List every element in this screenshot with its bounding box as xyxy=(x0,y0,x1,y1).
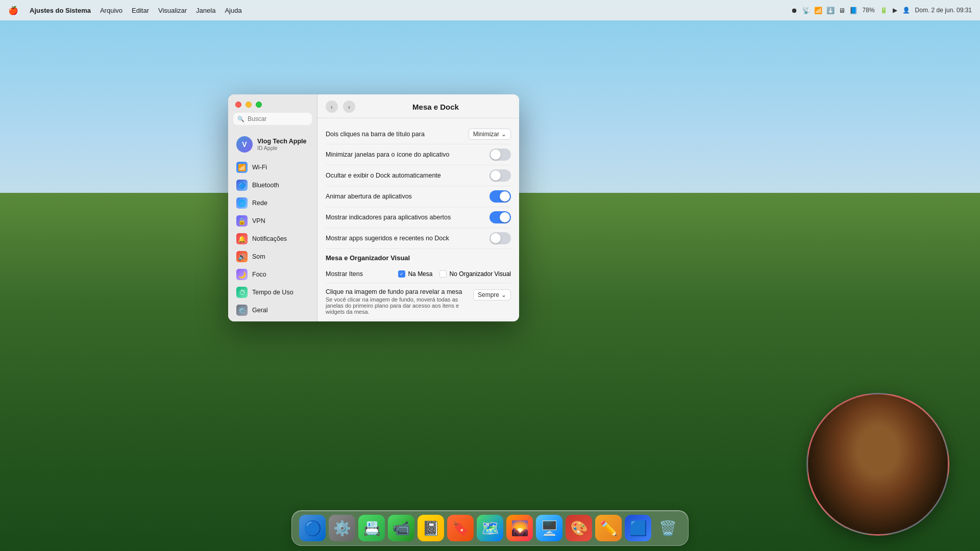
geral-icon: ⚙️ xyxy=(236,305,248,316)
setting-minimizar: Minimizar janelas para o ícone do aplica… xyxy=(326,144,511,165)
notificacoes-icon: 🔔 xyxy=(236,233,248,244)
sidebar-label-foco: Foco xyxy=(252,271,266,278)
indicadores-toggle[interactable] xyxy=(489,211,511,223)
user-subtitle: ID Apple xyxy=(257,145,307,151)
window-controls xyxy=(228,94,317,113)
clique-imagem-dropdown[interactable]: Sempre ⌄ xyxy=(473,289,511,300)
na-mesa-label: Na Mesa xyxy=(408,270,432,278)
menubar-right: ⏺ 📡 📶 ⬇️ 🖥 📘 78% 🔋 ▶ 👤 Dom. 2 de jun. 09… xyxy=(791,7,972,14)
toggle-knob xyxy=(491,149,501,160)
system-preferences-window: 🔍 V Vlog Tech Apple ID Apple 📶 xyxy=(228,94,519,321)
sidebar-item-som[interactable]: 🔊 Som xyxy=(231,248,314,265)
dock-affinity[interactable]: 🎨 xyxy=(566,515,592,541)
menubar-play-icon[interactable]: ▶ xyxy=(893,7,897,14)
search-input[interactable] xyxy=(233,113,312,125)
ocultar-toggle[interactable] xyxy=(489,169,511,182)
menubar-janela[interactable]: Janela xyxy=(196,7,215,14)
dock-pencil[interactable]: ✏️ xyxy=(595,515,622,541)
dois-cliques-dropdown[interactable]: Minimizar ⌄ xyxy=(469,129,511,140)
menubar-visualizar[interactable]: Visualizar xyxy=(158,7,187,14)
tempo-icon: ⏱ xyxy=(236,287,248,298)
sidebar-item-bluetooth[interactable]: 🔷 Bluetooth xyxy=(231,177,314,194)
menubar-arquivo[interactable]: Arquivo xyxy=(100,7,122,14)
dock-screens[interactable]: 🖥️ xyxy=(536,515,562,541)
menubar-ajuda[interactable]: Ajuda xyxy=(225,7,241,14)
close-button[interactable] xyxy=(235,102,241,108)
clique-imagem-sublabel: Se você clicar na imagem de fundo, mover… xyxy=(326,296,468,315)
sidebar-label-tempo: Tempo de Uso xyxy=(252,289,293,296)
user-profile[interactable]: V Vlog Tech Apple ID Apple xyxy=(231,132,314,157)
dock-settings[interactable]: ⚙️ xyxy=(329,515,355,541)
airdrop2-icon[interactable]: ⬇️ xyxy=(826,7,835,14)
toggle-knob xyxy=(500,191,510,202)
menubar-editar[interactable]: Editar xyxy=(132,7,149,14)
sidebar-item-notificacoes[interactable]: 🔔 Notificações xyxy=(231,230,314,247)
som-icon: 🔊 xyxy=(236,251,248,262)
menubar-icons: ⏺ 📡 📶 ⬇️ 🖥 📘 xyxy=(791,7,857,14)
dock-notes[interactable]: 📓 xyxy=(418,515,444,541)
sidebar-label-bluetooth: Bluetooth xyxy=(252,182,279,189)
maximize-button[interactable] xyxy=(256,102,262,108)
airdrop-icon[interactable]: 📡 xyxy=(802,7,810,14)
setting-mostrar-itens: Mostrar Itens ✓ Na Mesa No Organizador V… xyxy=(326,265,511,283)
organizador-checkbox[interactable] xyxy=(439,270,447,278)
wifi-menubar-icon[interactable]: 📶 xyxy=(814,7,822,14)
dock-goodlinks[interactable]: 🔖 xyxy=(447,515,474,541)
screen-icon[interactable]: 🖥 xyxy=(839,7,845,14)
na-mesa-checkbox[interactable]: ✓ xyxy=(398,270,405,278)
back-button[interactable]: ‹ xyxy=(326,101,338,113)
sugeridos-toggle[interactable] xyxy=(489,232,511,244)
bt-menubar-icon[interactable]: 📘 xyxy=(849,7,857,14)
animar-label: Animar abertura de aplicativos xyxy=(326,193,489,200)
ocultar-label: Ocultar e exibir o Dock automaticamente xyxy=(326,172,489,179)
sidebar-item-vpn[interactable]: 🔒 VPN xyxy=(231,212,314,230)
minimize-button[interactable] xyxy=(246,102,252,108)
dock-photos[interactable]: 🌄 xyxy=(506,515,533,541)
checkbox-na-mesa[interactable]: ✓ Na Mesa xyxy=(398,270,432,278)
indicadores-label: Mostrar indicadores para aplicativos abe… xyxy=(326,214,489,221)
sidebar-label-geral: Geral xyxy=(252,307,268,314)
clique-imagem-label: Clique na imagem de fundo para revelar a… xyxy=(326,288,468,295)
toggle-knob xyxy=(491,170,501,181)
user-info: Vlog Tech Apple ID Apple xyxy=(257,138,307,151)
sidebar-scroll[interactable]: V Vlog Tech Apple ID Apple 📶 Wi-Fi 🔷 Blu… xyxy=(228,130,317,321)
mesa-section-title: Mesa e Organizador Visual xyxy=(326,249,511,265)
dock-maps[interactable]: 🗺️ xyxy=(477,515,503,541)
sidebar-item-tempo[interactable]: ⏱ Tempo de Uso xyxy=(231,284,314,301)
setting-indicadores: Mostrar indicadores para aplicativos abe… xyxy=(326,207,511,228)
datetime-label: Dom. 2 de jun. 09:31 xyxy=(915,7,972,14)
apple-logo-icon[interactable]: 🍎 xyxy=(8,6,18,15)
dock-trash[interactable]: 🗑️ xyxy=(654,515,681,541)
vpn-icon: 🔒 xyxy=(236,215,248,227)
foco-icon: 🌙 xyxy=(236,269,248,280)
minimizar-toggle[interactable] xyxy=(489,148,511,161)
setting-sugeridos: Mostrar apps sugeridos e recentes no Doc… xyxy=(326,228,511,249)
menubar: 🍎 Ajustes do Sistema Arquivo Editar Visu… xyxy=(0,0,980,20)
dock-contacts[interactable]: 📇 xyxy=(358,515,385,541)
checkbox-organizador[interactable]: No Organizador Visual xyxy=(439,270,511,278)
avatar: V xyxy=(236,136,253,153)
sidebar-item-aparencia[interactable]: 🎨 Aparência xyxy=(231,319,314,321)
bluetooth-icon: 🔷 xyxy=(236,180,248,191)
menubar-app-name[interactable]: Ajustes do Sistema xyxy=(30,7,91,14)
content-scroll[interactable]: Dois cliques na barra de título para Min… xyxy=(317,118,519,321)
content-title: Mesa e Dock xyxy=(360,103,511,111)
search-box[interactable]: 🔍 xyxy=(233,113,312,125)
setting-clique-imagem: Clique na imagem de fundo para revelar a… xyxy=(326,283,511,320)
dock-finder[interactable]: 🔵 xyxy=(299,515,326,541)
screen-record-icon[interactable]: ⏺ xyxy=(791,7,798,14)
mostrar-itens-label: Mostrar Itens xyxy=(326,270,398,278)
menubar-user-icon[interactable]: 👤 xyxy=(902,7,910,14)
sidebar-label-vpn: VPN xyxy=(252,217,265,224)
webcam-person xyxy=(808,394,948,534)
forward-button[interactable]: › xyxy=(343,101,355,113)
sidebar-item-geral[interactable]: ⚙️ Geral xyxy=(231,302,314,319)
dock-script[interactable]: 🟦 xyxy=(625,515,651,541)
dois-cliques-label: Dois cliques na barra de título para xyxy=(326,131,469,138)
search-icon: 🔍 xyxy=(237,116,244,122)
animar-toggle[interactable] xyxy=(489,190,511,203)
sidebar-item-foco[interactable]: 🌙 Foco xyxy=(231,266,314,283)
sidebar-item-wifi[interactable]: 📶 Wi-Fi xyxy=(231,159,314,176)
dock-facetime[interactable]: 📹 xyxy=(388,515,414,541)
sidebar-item-rede[interactable]: 🌐 Rede xyxy=(231,194,314,212)
